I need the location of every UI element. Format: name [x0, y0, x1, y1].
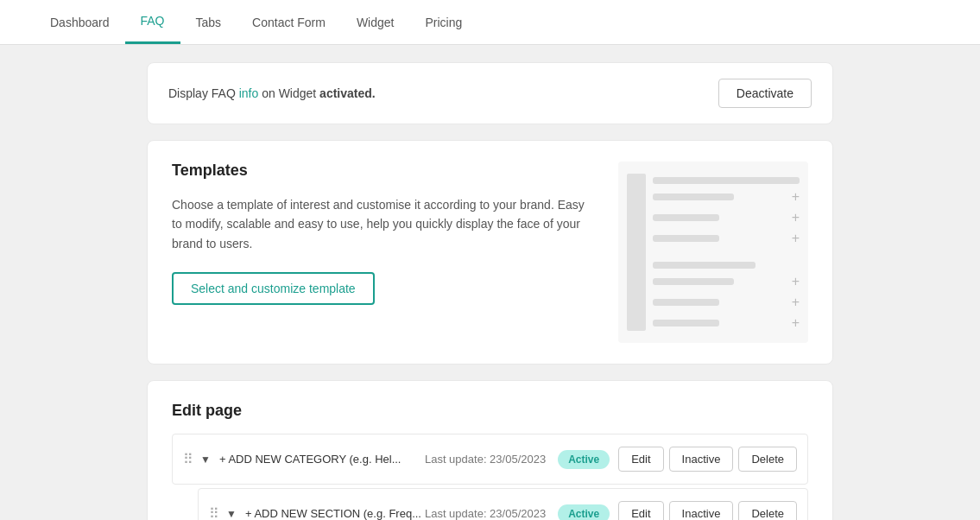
plus-icon: +	[792, 274, 800, 289]
drag-handle-icon[interactable]: ⠿	[209, 505, 219, 520]
table-row: ⠿ ▼ + ADD NEW SECTION (e.g. Freq... Last…	[198, 488, 808, 520]
activation-card: Display FAQ info on Widget activated. De…	[147, 62, 833, 124]
info-link[interactable]: info	[239, 86, 259, 100]
templates-left: Templates Choose a template of interest …	[172, 162, 592, 305]
row-label: + ADD NEW SECTION (e.g. Freq...	[245, 507, 425, 520]
edit-button[interactable]: Edit	[618, 501, 663, 520]
status-badge: Active	[558, 450, 610, 469]
inactive-button[interactable]: Inactive	[669, 501, 734, 520]
preview-bar	[653, 193, 734, 200]
edit-page-title: Edit page	[172, 402, 808, 420]
edit-page-card: Edit page ⠿ ▼ + ADD NEW CATEGORY (e.g. H…	[147, 380, 833, 520]
plus-icon: +	[792, 210, 800, 225]
deactivate-button[interactable]: Deactivate	[718, 79, 812, 108]
templates-description: Choose a template of interest and custom…	[172, 195, 592, 253]
table-row: ⠿ ▼ + ADD NEW CATEGORY (e.g. Hel... Last…	[172, 434, 808, 485]
preview-bar	[653, 177, 800, 184]
row-date: Last update: 23/05/2023	[425, 507, 546, 520]
preview-bar	[653, 262, 756, 269]
preview-line-8: +	[653, 315, 800, 331]
preview-line-5	[653, 262, 800, 269]
activation-status: activated.	[319, 86, 376, 100]
nav-faq[interactable]: FAQ	[125, 0, 180, 44]
delete-button[interactable]: Delete	[738, 501, 797, 520]
nav-widget[interactable]: Widget	[341, 2, 410, 43]
preview-bar	[653, 299, 719, 306]
preview-content: + + +	[653, 174, 800, 331]
plus-icon: +	[792, 295, 800, 310]
nav-tabs[interactable]: Tabs	[180, 2, 237, 43]
top-navigation: Dashboard FAQ Tabs Contact Form Widget P…	[0, 0, 980, 45]
row-actions: Edit Inactive Delete	[618, 447, 797, 472]
preview-bar	[653, 278, 734, 285]
preview-bar	[653, 235, 719, 242]
preview-line-2: +	[653, 189, 800, 205]
chevron-down-icon[interactable]: ▼	[200, 453, 211, 466]
plus-icon: +	[792, 231, 800, 246]
status-badge: Active	[558, 504, 610, 521]
select-template-button[interactable]: Select and customize template	[172, 272, 375, 305]
preview-line-7: +	[653, 295, 800, 310]
templates-card: Templates Choose a template of interest …	[147, 140, 833, 365]
inactive-button[interactable]: Inactive	[669, 447, 734, 472]
preview-line-6: +	[653, 274, 800, 289]
preview-sidebar	[627, 174, 646, 331]
row-date: Last update: 23/05/2023	[425, 453, 546, 466]
preview-bar	[653, 320, 719, 327]
delete-button[interactable]: Delete	[738, 447, 797, 472]
row-label: + ADD NEW CATEGORY (e.g. Hel...	[219, 453, 425, 466]
nav-dashboard[interactable]: Dashboard	[35, 2, 125, 43]
chevron-down-icon[interactable]: ▼	[226, 508, 237, 520]
drag-handle-icon[interactable]: ⠿	[183, 451, 193, 467]
preview-bar	[653, 214, 719, 221]
preview-line-3: +	[653, 210, 800, 225]
preview-line-4: +	[653, 231, 800, 246]
plus-icon: +	[792, 189, 800, 205]
nav-pricing[interactable]: Pricing	[409, 2, 477, 43]
template-preview: + + +	[618, 162, 808, 343]
activation-text: Display FAQ info on Widget activated.	[168, 86, 376, 100]
plus-icon: +	[792, 315, 800, 331]
preview-line-1	[653, 177, 800, 184]
main-content: Display FAQ info on Widget activated. De…	[0, 45, 980, 520]
nav-contact-form[interactable]: Contact Form	[237, 2, 341, 43]
row-actions: Edit Inactive Delete	[618, 501, 797, 520]
templates-title: Templates	[172, 162, 592, 180]
edit-button[interactable]: Edit	[618, 447, 663, 472]
